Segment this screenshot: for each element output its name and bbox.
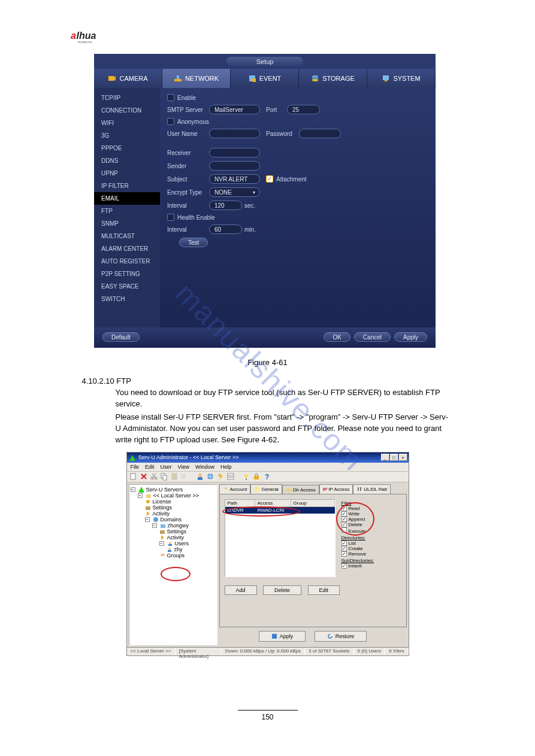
servu-title-suffix: << Local Server >> (193, 454, 239, 460)
servu-restore-button[interactable]: Restore (315, 631, 367, 642)
chevron-down-icon: ▼ (251, 189, 257, 195)
password-input[interactable] (299, 129, 341, 138)
files-heading: Files (341, 500, 374, 506)
tab-event[interactable]: EVENT (231, 69, 299, 88)
sidebar-item-switch[interactable]: SWITCH (94, 293, 160, 305)
test-button[interactable]: Test (179, 238, 208, 247)
page-number: 150 (261, 713, 273, 721)
menu-user[interactable]: User (161, 464, 172, 470)
toolbar-globe-icon[interactable] (206, 472, 214, 481)
sender-input[interactable] (209, 161, 260, 171)
svg-rect-7 (252, 78, 256, 82)
menu-help[interactable]: Help (220, 464, 232, 470)
servu-edit-button[interactable]: Edit (308, 585, 340, 595)
default-button[interactable]: Default (102, 332, 140, 342)
tab-storage[interactable]: STORAGE (299, 69, 367, 88)
svg-rect-37 (168, 550, 171, 552)
toolbar-help-icon[interactable]: ? (262, 472, 271, 481)
sidebar-item-p2psetting[interactable]: P2P SETTING (94, 268, 160, 280)
servu-apply-button[interactable]: Apply (259, 631, 306, 642)
anonymous-checkbox[interactable] (167, 118, 174, 125)
receiver-label: Receiver (167, 150, 209, 156)
write-checkbox[interactable]: ✓ (341, 511, 347, 517)
interval1-input[interactable]: 120 (209, 201, 242, 210)
tab-camera[interactable]: CAMERA (94, 69, 162, 88)
maximize-button[interactable]: □ (390, 454, 398, 461)
tab-ipaccess[interactable]: IPIP Access (319, 484, 353, 494)
sidebar-item-email[interactable]: EMAIL (94, 192, 160, 205)
svg-rect-41 (255, 487, 259, 491)
create-checkbox[interactable]: ✓ (341, 546, 347, 551)
sidebar-item-connection[interactable]: CONNECTION (94, 104, 160, 117)
sidebar-item-ddns[interactable]: DDNS (94, 154, 160, 167)
sidebar-item-snmp[interactable]: SNMP (94, 217, 160, 230)
sidebar-item-pppoe[interactable]: PPPOE (94, 142, 160, 154)
tab-account[interactable]: Account (219, 484, 251, 494)
servu-title-prefix: Serv-U Administrator - (138, 454, 193, 460)
port-input[interactable]: 25 (287, 105, 320, 114)
sidebar-item-ipfilter[interactable]: IP FILTER (94, 180, 160, 192)
menu-window[interactable]: Window (195, 464, 214, 470)
toolbar-copy-icon[interactable] (160, 472, 168, 481)
health-checkbox[interactable] (167, 214, 174, 221)
toolbar-lightning-icon[interactable] (216, 472, 225, 481)
enable-checkbox[interactable] (167, 94, 174, 101)
min-label: min. (244, 226, 256, 233)
read-checkbox[interactable]: ✓ (341, 506, 347, 511)
svg-rect-5 (177, 75, 179, 79)
servu-add-button[interactable]: Add (225, 585, 257, 595)
menu-file[interactable]: File (131, 464, 140, 470)
svg-point-24 (244, 474, 248, 478)
sidebar-item-ftp[interactable]: FTP (94, 205, 160, 217)
tab-system[interactable]: SYSTEM (367, 69, 436, 88)
toolbar-delete-icon[interactable] (140, 472, 148, 481)
sidebar-item-alarmcenter[interactable]: ALARM CENTER (94, 242, 160, 255)
interval2-input[interactable]: 60 (209, 224, 242, 234)
permissions-props: Files ✓Read ✓Write ✓Append ✓Delete Execu… (341, 499, 374, 569)
toolbar-cut-icon[interactable] (150, 472, 158, 481)
remove-checkbox[interactable]: ✓ (341, 551, 347, 557)
toolbar-light-icon[interactable] (242, 472, 250, 481)
encrypt-select[interactable]: NONE▼ (209, 187, 260, 197)
svg-point-39 (162, 554, 165, 556)
menu-edit[interactable]: Edit (145, 464, 155, 470)
sidebar-item-wifi[interactable]: WIFI (94, 117, 160, 129)
menu-view[interactable]: View (178, 464, 189, 470)
subject-input[interactable]: NVR ALERT (209, 174, 260, 184)
minimize-button[interactable]: _ (381, 454, 389, 461)
list-checkbox[interactable]: ✓ (341, 541, 347, 546)
receiver-input[interactable] (209, 148, 260, 157)
execute-checkbox[interactable] (341, 527, 347, 533)
toolbar-users-icon[interactable] (196, 472, 204, 481)
attachment-checkbox[interactable] (266, 175, 273, 183)
sidebar-item-3g[interactable]: 3G (94, 129, 160, 142)
inherit-checkbox[interactable]: ✓ (341, 563, 347, 569)
sidebar-item-easyspace[interactable]: EASY SPACE (94, 280, 160, 293)
tab-uldlratio[interactable]: UL/DL Rati (353, 484, 391, 494)
setup-window: Setup CAMERA NETWORK EVENT STORAGE SYSTE… (94, 54, 436, 348)
path-list[interactable]: Path Access Group D:\DVR RWAD-LCRI (225, 499, 335, 577)
sidebar-item-autoregister[interactable]: AUTO REGISTER (94, 255, 160, 268)
server-tree[interactable]: −Serv-U Servers −<< Local Server >> Lice… (129, 484, 217, 645)
ok-button[interactable]: OK (324, 332, 350, 342)
sidebar-item-multicast[interactable]: MULTICAST (94, 230, 160, 242)
tab-network[interactable]: NETWORK (162, 69, 231, 88)
cancel-button[interactable]: Cancel (354, 332, 391, 342)
toolbar-list-icon[interactable] (226, 472, 235, 481)
tab-diraccess[interactable]: Dir Access (282, 485, 319, 494)
sidebar-item-upnp[interactable]: UPNP (94, 167, 160, 180)
toolbar-lock-icon[interactable] (252, 472, 261, 481)
servu-delete-button[interactable]: Delete (263, 585, 301, 595)
port-label: Port (266, 107, 287, 113)
toolbar-new-icon[interactable] (129, 472, 138, 481)
delete-checkbox[interactable]: ✓ (341, 522, 347, 527)
smtp-server-input[interactable]: MailServer (209, 105, 260, 114)
apply-button[interactable]: Apply (394, 332, 427, 342)
username-input[interactable] (209, 129, 260, 138)
svg-rect-19 (181, 474, 186, 479)
sidebar-item-tcpip[interactable]: TCP/IP (94, 92, 160, 104)
tab-general[interactable]: General (250, 484, 282, 494)
append-checkbox[interactable]: ✓ (341, 517, 347, 522)
svg-rect-26 (254, 476, 259, 479)
close-button[interactable]: × (399, 454, 407, 461)
